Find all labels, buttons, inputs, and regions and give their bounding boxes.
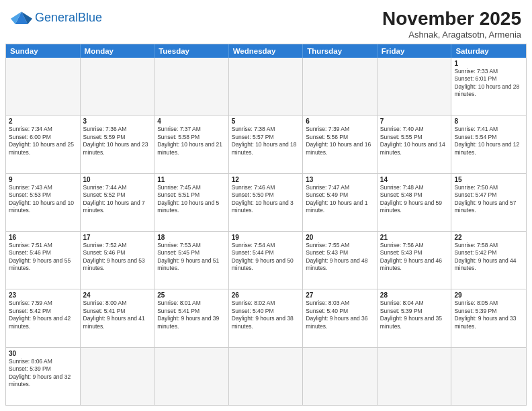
- sun-info: Sunrise: 7:56 AM Sunset: 5:43 PM Dayligh…: [380, 242, 449, 273]
- cal-cell: 15Sunrise: 7:50 AM Sunset: 5:47 PM Dayli…: [451, 174, 526, 231]
- cal-cell: [303, 348, 378, 405]
- cal-cell: 4Sunrise: 7:37 AM Sunset: 5:58 PM Daylig…: [154, 116, 229, 173]
- cal-cell: [154, 58, 229, 115]
- day-number: 7: [380, 118, 449, 125]
- cal-cell: 21Sunrise: 7:56 AM Sunset: 5:43 PM Dayli…: [378, 232, 452, 289]
- cal-cell: 25Sunrise: 8:01 AM Sunset: 5:41 PM Dayli…: [154, 289, 229, 347]
- cal-cell: [81, 348, 155, 405]
- cal-header-sunday: Sunday: [6, 44, 81, 58]
- cal-cell: 3Sunrise: 7:36 AM Sunset: 5:59 PM Daylig…: [81, 116, 155, 173]
- sun-info: Sunrise: 7:33 AM Sunset: 6:01 PM Dayligh…: [454, 68, 523, 99]
- cal-cell: 11Sunrise: 7:45 AM Sunset: 5:51 PM Dayli…: [154, 174, 229, 231]
- cal-cell: 29Sunrise: 8:05 AM Sunset: 5:39 PM Dayli…: [451, 289, 526, 347]
- cal-week-2: 2Sunrise: 7:34 AM Sunset: 6:00 PM Daylig…: [6, 115, 526, 173]
- day-number: 23: [9, 291, 77, 299]
- cal-cell: 17Sunrise: 7:52 AM Sunset: 5:46 PM Dayli…: [81, 232, 155, 289]
- sun-info: Sunrise: 8:04 AM Sunset: 5:39 PM Dayligh…: [380, 300, 449, 330]
- sun-info: Sunrise: 7:37 AM Sunset: 5:58 PM Dayligh…: [157, 126, 226, 156]
- day-number: 25: [157, 291, 226, 299]
- day-number: 14: [380, 176, 449, 183]
- cal-week-3: 9Sunrise: 7:43 AM Sunset: 5:53 PM Daylig…: [6, 173, 526, 231]
- cal-cell: [229, 348, 304, 405]
- cal-header-monday: Monday: [81, 44, 155, 58]
- cal-cell: 6Sunrise: 7:39 AM Sunset: 5:56 PM Daylig…: [303, 116, 378, 173]
- day-number: 1: [454, 60, 523, 67]
- day-number: 28: [380, 291, 449, 299]
- sun-info: Sunrise: 7:55 AM Sunset: 5:43 PM Dayligh…: [306, 242, 374, 273]
- cal-cell: 18Sunrise: 7:53 AM Sunset: 5:45 PM Dayli…: [154, 232, 229, 289]
- sun-info: Sunrise: 8:00 AM Sunset: 5:41 PM Dayligh…: [83, 300, 152, 330]
- day-number: 29: [454, 291, 523, 299]
- sun-info: Sunrise: 7:45 AM Sunset: 5:51 PM Dayligh…: [157, 184, 226, 215]
- cal-cell: 20Sunrise: 7:55 AM Sunset: 5:43 PM Dayli…: [303, 232, 378, 289]
- day-number: 2: [9, 118, 77, 125]
- day-number: 11: [157, 176, 226, 183]
- sun-info: Sunrise: 7:48 AM Sunset: 5:48 PM Dayligh…: [380, 184, 449, 215]
- sun-info: Sunrise: 7:36 AM Sunset: 5:59 PM Dayligh…: [83, 126, 152, 156]
- logo-blue: Blue: [78, 11, 102, 24]
- day-number: 22: [454, 234, 523, 241]
- cal-week-4: 16Sunrise: 7:51 AM Sunset: 5:46 PM Dayli…: [6, 231, 526, 289]
- location-title: Ashnak, Aragatsotn, Armenia: [382, 30, 521, 40]
- cal-cell: [154, 348, 229, 405]
- cal-week-6: 30Sunrise: 8:06 AM Sunset: 5:39 PM Dayli…: [6, 347, 526, 405]
- sun-info: Sunrise: 7:51 AM Sunset: 5:46 PM Dayligh…: [9, 242, 77, 273]
- sun-info: Sunrise: 7:38 AM Sunset: 5:57 PM Dayligh…: [232, 126, 300, 156]
- cal-cell: 9Sunrise: 7:43 AM Sunset: 5:53 PM Daylig…: [6, 174, 81, 231]
- cal-cell: 19Sunrise: 7:54 AM Sunset: 5:44 PM Dayli…: [229, 232, 304, 289]
- cal-week-1: 1Sunrise: 7:33 AM Sunset: 6:01 PM Daylig…: [6, 58, 526, 115]
- day-number: 9: [9, 176, 77, 183]
- cal-cell: 12Sunrise: 7:46 AM Sunset: 5:50 PM Dayli…: [229, 174, 304, 231]
- cal-header-saturday: Saturday: [451, 44, 526, 58]
- cal-cell: 14Sunrise: 7:48 AM Sunset: 5:48 PM Dayli…: [378, 174, 452, 231]
- cal-week-5: 23Sunrise: 7:59 AM Sunset: 5:42 PM Dayli…: [6, 289, 526, 347]
- header: GeneralBlue November 2025 Ashnak, Aragat…: [0, 0, 532, 44]
- sun-info: Sunrise: 7:43 AM Sunset: 5:53 PM Dayligh…: [9, 184, 77, 215]
- day-number: 18: [157, 234, 226, 241]
- cal-cell: 8Sunrise: 7:41 AM Sunset: 5:54 PM Daylig…: [451, 116, 526, 173]
- cal-header-tuesday: Tuesday: [154, 44, 229, 58]
- cal-cell: [6, 58, 81, 115]
- sun-info: Sunrise: 8:03 AM Sunset: 5:40 PM Dayligh…: [306, 300, 374, 330]
- cal-cell: 16Sunrise: 7:51 AM Sunset: 5:46 PM Dayli…: [6, 232, 81, 289]
- sun-info: Sunrise: 7:41 AM Sunset: 5:54 PM Dayligh…: [454, 126, 523, 156]
- sun-info: Sunrise: 7:52 AM Sunset: 5:46 PM Dayligh…: [83, 242, 152, 273]
- cal-cell: 24Sunrise: 8:00 AM Sunset: 5:41 PM Dayli…: [81, 289, 155, 347]
- day-number: 4: [157, 118, 226, 125]
- sun-info: Sunrise: 8:06 AM Sunset: 5:39 PM Dayligh…: [9, 358, 77, 389]
- day-number: 16: [9, 234, 77, 241]
- title-block: November 2025 Ashnak, Aragatsotn, Armeni…: [382, 8, 521, 40]
- day-number: 30: [9, 350, 77, 357]
- page: GeneralBlue November 2025 Ashnak, Aragat…: [0, 0, 532, 411]
- cal-cell: [303, 58, 378, 115]
- sun-info: Sunrise: 7:54 AM Sunset: 5:44 PM Dayligh…: [232, 242, 300, 273]
- cal-cell: 7Sunrise: 7:40 AM Sunset: 5:55 PM Daylig…: [378, 116, 452, 173]
- day-number: 27: [306, 291, 374, 299]
- logo-text: GeneralBlue: [35, 11, 102, 24]
- calendar-header-row: SundayMondayTuesdayWednesdayThursdayFrid…: [6, 44, 526, 58]
- cal-cell: 13Sunrise: 7:47 AM Sunset: 5:49 PM Dayli…: [303, 174, 378, 231]
- cal-cell: 5Sunrise: 7:38 AM Sunset: 5:57 PM Daylig…: [229, 116, 304, 173]
- cal-cell: 27Sunrise: 8:03 AM Sunset: 5:40 PM Dayli…: [303, 289, 378, 347]
- cal-cell: 10Sunrise: 7:44 AM Sunset: 5:52 PM Dayli…: [81, 174, 155, 231]
- sun-info: Sunrise: 8:02 AM Sunset: 5:40 PM Dayligh…: [232, 300, 300, 330]
- sun-info: Sunrise: 7:34 AM Sunset: 6:00 PM Dayligh…: [9, 126, 77, 156]
- cal-cell: 1Sunrise: 7:33 AM Sunset: 6:01 PM Daylig…: [451, 58, 526, 115]
- logo: GeneralBlue: [11, 8, 102, 27]
- day-number: 10: [83, 176, 152, 183]
- sun-info: Sunrise: 7:46 AM Sunset: 5:50 PM Dayligh…: [232, 184, 300, 215]
- sun-info: Sunrise: 7:53 AM Sunset: 5:45 PM Dayligh…: [157, 242, 226, 273]
- day-number: 19: [232, 234, 300, 241]
- cal-cell: [229, 58, 304, 115]
- cal-cell: 30Sunrise: 8:06 AM Sunset: 5:39 PM Dayli…: [6, 348, 81, 405]
- sun-info: Sunrise: 7:59 AM Sunset: 5:42 PM Dayligh…: [9, 300, 77, 330]
- day-number: 8: [454, 118, 523, 125]
- sun-info: Sunrise: 7:44 AM Sunset: 5:52 PM Dayligh…: [83, 184, 152, 215]
- cal-cell: 22Sunrise: 7:58 AM Sunset: 5:42 PM Dayli…: [451, 232, 526, 289]
- cal-cell: [378, 348, 452, 405]
- cal-cell: 23Sunrise: 7:59 AM Sunset: 5:42 PM Dayli…: [6, 289, 81, 347]
- sun-info: Sunrise: 7:47 AM Sunset: 5:49 PM Dayligh…: [306, 184, 374, 215]
- day-number: 24: [83, 291, 152, 299]
- day-number: 20: [306, 234, 374, 241]
- logo-icon: [11, 8, 32, 27]
